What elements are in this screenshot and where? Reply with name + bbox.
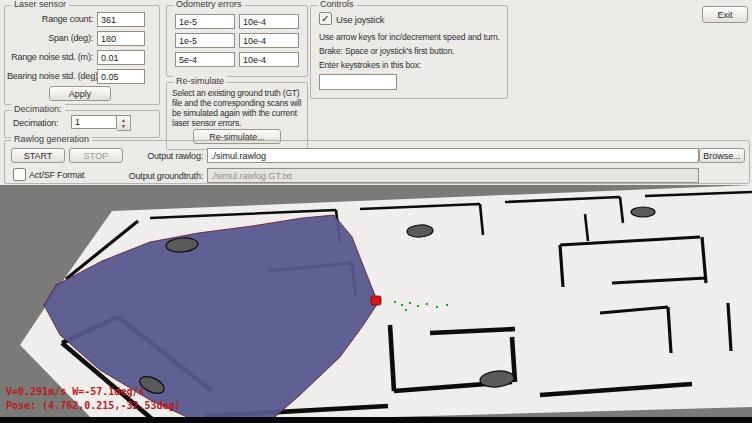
decimation-spin-buttons[interactable]: ▲ ▼ (117, 115, 131, 131)
decimation-group-title: Decimation: (11, 104, 65, 114)
odometry-input-0-0[interactable] (175, 14, 235, 29)
span-deg-label: Span (deg): (7, 33, 93, 43)
range-noise-label: Range noise std. (m): (7, 52, 93, 62)
robot-marker (371, 296, 381, 305)
use-joystick-checkbox[interactable]: ✓ (319, 12, 332, 25)
odometry-errors-group: Odometry errors (166, 5, 308, 77)
viewport-bottom-bar (0, 417, 752, 423)
output-groundtruth-label: Output groundtruth: (109, 171, 203, 181)
rawlog-generation-group: Rawlog generation START STOP Output rawl… (4, 140, 750, 184)
odometry-input-1-1[interactable] (239, 33, 299, 48)
actsf-format-label[interactable]: Act/SF Format (29, 170, 84, 180)
odometry-input-2-0[interactable] (175, 52, 235, 67)
odometry-input-0-1[interactable] (239, 14, 299, 29)
output-rawlog-label: Output rawlog: (127, 151, 203, 161)
viewport-3d[interactable]: V=0.291m/s W=-57.1deg/s Pose: (4.762,0.2… (0, 185, 752, 423)
decimation-label: Decimation: (13, 118, 58, 128)
bearing-noise-label: Bearing noise std. (deg): (7, 71, 93, 81)
laser-sensor-group: Laser sensor Range count: Span (deg): Ra… (4, 5, 160, 105)
velocity-status: V=0.291m/s W=-57.1deg/s (6, 385, 181, 399)
decimation-spinner[interactable]: ▲ ▼ (71, 115, 131, 131)
resimulate-group-title: Re-simulate (173, 76, 227, 86)
range-count-label: Range count: (7, 14, 93, 24)
browse-button[interactable]: Browse... (699, 148, 745, 163)
bearing-noise-input[interactable] (97, 69, 145, 84)
range-count-input[interactable] (97, 12, 145, 27)
pose-status: Pose: (4.762,0.215,-32.53deg) (6, 399, 181, 413)
laser-sensor-title: Laser sensor (11, 0, 69, 9)
keystrokes-hint: Enter keystrokes in this box: (319, 60, 421, 70)
check-icon: ✓ (321, 13, 329, 24)
apply-button[interactable]: Apply (49, 86, 111, 101)
actsf-format-checkbox[interactable] (13, 168, 26, 181)
controls-group-title: Controls (317, 0, 357, 9)
start-button[interactable]: START (11, 148, 65, 163)
keystroke-input[interactable] (319, 74, 397, 90)
odometry-errors-title: Odometry errors (173, 0, 245, 9)
controls-group: Controls ✓ Use joystick Use arrow keys f… (310, 5, 508, 99)
range-noise-input[interactable] (97, 50, 145, 65)
stop-button[interactable]: STOP (69, 148, 123, 163)
odometry-input-1-0[interactable] (175, 33, 235, 48)
spin-down-icon[interactable]: ▼ (121, 123, 126, 129)
viewport-hud: V=0.291m/s W=-57.1deg/s Pose: (4.762,0.2… (6, 385, 181, 413)
use-joystick-label[interactable]: Use joystick (336, 14, 384, 25)
brake-hint: Brake: Space or joystick's first button. (319, 46, 454, 56)
top-panel: Laser sensor Range count: Span (deg): Ra… (0, 0, 752, 185)
simulator-window: Laser sensor Range count: Span (deg): Ra… (0, 0, 752, 423)
odometry-input-2-1[interactable] (239, 52, 299, 67)
exit-button[interactable]: Exit (702, 6, 748, 23)
output-groundtruth-input (207, 168, 699, 183)
arrow-keys-hint: Use arrow keys for inc/decrement speed a… (319, 32, 500, 42)
rawlog-generation-title: Rawlog generation (11, 134, 92, 144)
resimulate-description: Select an existing ground truth (GT) fil… (172, 88, 302, 128)
output-rawlog-input[interactable] (207, 148, 699, 163)
decimation-input[interactable] (71, 115, 117, 129)
span-deg-input[interactable] (97, 31, 145, 46)
